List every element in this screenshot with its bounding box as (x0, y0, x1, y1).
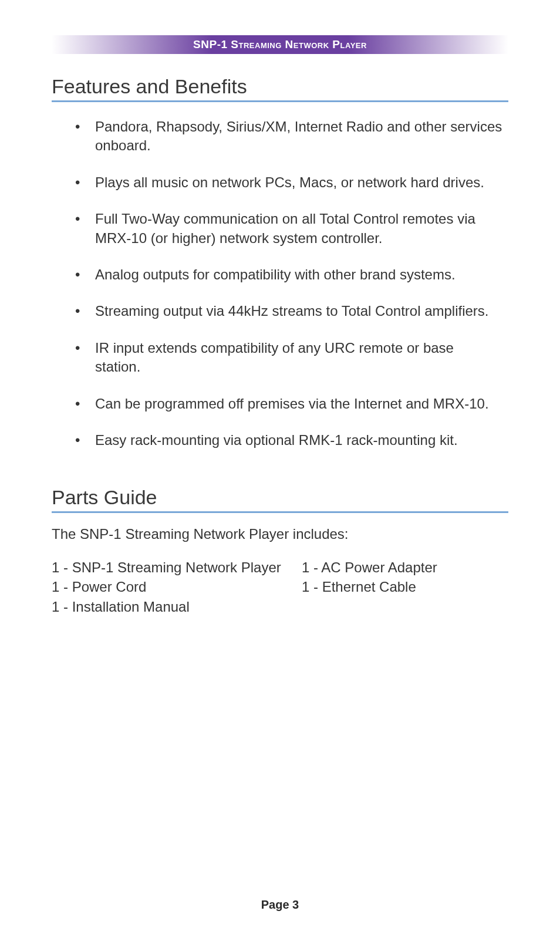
parts-item: 1 - Ethernet Cable (302, 577, 508, 596)
list-item: IR input extends compatibility of any UR… (95, 339, 502, 377)
parts-heading: Parts Guide (52, 486, 508, 513)
banner-title: SNP-1 Streaming Network Player (193, 38, 367, 51)
parts-column-left: 1 - SNP-1 Streaming Network Player 1 - P… (52, 558, 284, 616)
list-item: Pandora, Rhapsody, Sirius/XM, Internet R… (95, 117, 502, 156)
parts-item: 1 - AC Power Adapter (302, 558, 508, 577)
parts-column-right: 1 - AC Power Adapter 1 - Ethernet Cable (302, 558, 508, 616)
parts-columns: 1 - SNP-1 Streaming Network Player 1 - P… (52, 558, 508, 616)
parts-item: 1 - Power Cord (52, 577, 284, 596)
features-list: Pandora, Rhapsody, Sirius/XM, Internet R… (52, 117, 508, 450)
page-number: Page 3 (261, 898, 299, 911)
features-heading: Features and Benefits (52, 75, 508, 102)
parts-item: 1 - Installation Manual (52, 597, 284, 616)
header-banner: SNP-1 Streaming Network Player (52, 35, 508, 54)
list-item: Easy rack-mounting via optional RMK-1 ra… (95, 431, 502, 450)
page-footer: Page 3 (0, 898, 560, 912)
document-page: SNP-1 Streaming Network Player Features … (0, 0, 560, 616)
list-item: Full Two-Way communication on all Total … (95, 210, 502, 248)
parts-section: Parts Guide The SNP-1 Streaming Network … (52, 486, 508, 616)
parts-item: 1 - SNP-1 Streaming Network Player (52, 558, 284, 577)
parts-intro-text: The SNP-1 Streaming Network Player inclu… (52, 526, 508, 542)
list-item: Can be programmed off premises via the I… (95, 394, 502, 413)
list-item: Analog outputs for compatibility with ot… (95, 265, 502, 284)
list-item: Plays all music on network PCs, Macs, or… (95, 173, 502, 192)
list-item: Streaming output via 44kHz streams to To… (95, 302, 502, 321)
